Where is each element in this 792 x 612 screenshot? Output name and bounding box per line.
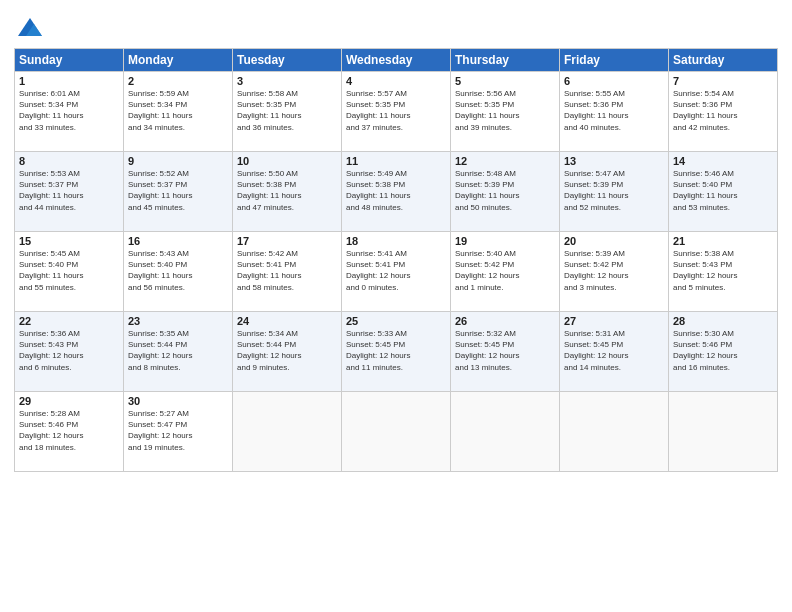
weekday-header-saturday: Saturday (669, 49, 778, 72)
day-info: Sunrise: 5:56 AM Sunset: 5:35 PM Dayligh… (455, 88, 555, 133)
day-info: Sunrise: 5:30 AM Sunset: 5:46 PM Dayligh… (673, 328, 773, 373)
calendar-cell: 1Sunrise: 6:01 AM Sunset: 5:34 PM Daylig… (15, 72, 124, 152)
calendar-cell: 12Sunrise: 5:48 AM Sunset: 5:39 PM Dayli… (451, 152, 560, 232)
day-number: 27 (564, 315, 664, 327)
day-info: Sunrise: 5:57 AM Sunset: 5:35 PM Dayligh… (346, 88, 446, 133)
calendar-cell: 28Sunrise: 5:30 AM Sunset: 5:46 PM Dayli… (669, 312, 778, 392)
calendar-cell: 14Sunrise: 5:46 AM Sunset: 5:40 PM Dayli… (669, 152, 778, 232)
day-info: Sunrise: 5:40 AM Sunset: 5:42 PM Dayligh… (455, 248, 555, 293)
calendar-cell: 22Sunrise: 5:36 AM Sunset: 5:43 PM Dayli… (15, 312, 124, 392)
weekday-header-friday: Friday (560, 49, 669, 72)
day-info: Sunrise: 5:54 AM Sunset: 5:36 PM Dayligh… (673, 88, 773, 133)
day-number: 1 (19, 75, 119, 87)
day-number: 24 (237, 315, 337, 327)
calendar-cell (233, 392, 342, 472)
day-number: 4 (346, 75, 446, 87)
day-number: 19 (455, 235, 555, 247)
day-number: 14 (673, 155, 773, 167)
day-info: Sunrise: 5:31 AM Sunset: 5:45 PM Dayligh… (564, 328, 664, 373)
day-number: 8 (19, 155, 119, 167)
calendar-cell: 2Sunrise: 5:59 AM Sunset: 5:34 PM Daylig… (124, 72, 233, 152)
calendar-cell (560, 392, 669, 472)
day-info: Sunrise: 5:28 AM Sunset: 5:46 PM Dayligh… (19, 408, 119, 453)
day-info: Sunrise: 5:27 AM Sunset: 5:47 PM Dayligh… (128, 408, 228, 453)
day-info: Sunrise: 5:43 AM Sunset: 5:40 PM Dayligh… (128, 248, 228, 293)
day-info: Sunrise: 6:01 AM Sunset: 5:34 PM Dayligh… (19, 88, 119, 133)
calendar-cell: 5Sunrise: 5:56 AM Sunset: 5:35 PM Daylig… (451, 72, 560, 152)
day-number: 20 (564, 235, 664, 247)
week-row-4: 22Sunrise: 5:36 AM Sunset: 5:43 PM Dayli… (15, 312, 778, 392)
calendar-cell: 25Sunrise: 5:33 AM Sunset: 5:45 PM Dayli… (342, 312, 451, 392)
calendar-cell: 17Sunrise: 5:42 AM Sunset: 5:41 PM Dayli… (233, 232, 342, 312)
calendar-cell: 11Sunrise: 5:49 AM Sunset: 5:38 PM Dayli… (342, 152, 451, 232)
day-info: Sunrise: 5:41 AM Sunset: 5:41 PM Dayligh… (346, 248, 446, 293)
week-row-5: 29Sunrise: 5:28 AM Sunset: 5:46 PM Dayli… (15, 392, 778, 472)
day-info: Sunrise: 5:58 AM Sunset: 5:35 PM Dayligh… (237, 88, 337, 133)
day-info: Sunrise: 5:35 AM Sunset: 5:44 PM Dayligh… (128, 328, 228, 373)
calendar-cell: 21Sunrise: 5:38 AM Sunset: 5:43 PM Dayli… (669, 232, 778, 312)
day-number: 26 (455, 315, 555, 327)
logo (14, 14, 44, 42)
calendar-cell: 30Sunrise: 5:27 AM Sunset: 5:47 PM Dayli… (124, 392, 233, 472)
day-info: Sunrise: 5:47 AM Sunset: 5:39 PM Dayligh… (564, 168, 664, 213)
day-number: 30 (128, 395, 228, 407)
day-number: 9 (128, 155, 228, 167)
day-info: Sunrise: 5:55 AM Sunset: 5:36 PM Dayligh… (564, 88, 664, 133)
calendar-cell: 9Sunrise: 5:52 AM Sunset: 5:37 PM Daylig… (124, 152, 233, 232)
day-info: Sunrise: 5:50 AM Sunset: 5:38 PM Dayligh… (237, 168, 337, 213)
calendar-cell: 24Sunrise: 5:34 AM Sunset: 5:44 PM Dayli… (233, 312, 342, 392)
day-info: Sunrise: 5:32 AM Sunset: 5:45 PM Dayligh… (455, 328, 555, 373)
calendar-cell: 7Sunrise: 5:54 AM Sunset: 5:36 PM Daylig… (669, 72, 778, 152)
day-info: Sunrise: 5:33 AM Sunset: 5:45 PM Dayligh… (346, 328, 446, 373)
day-info: Sunrise: 5:39 AM Sunset: 5:42 PM Dayligh… (564, 248, 664, 293)
weekday-header-sunday: Sunday (15, 49, 124, 72)
day-info: Sunrise: 5:52 AM Sunset: 5:37 PM Dayligh… (128, 168, 228, 213)
day-number: 16 (128, 235, 228, 247)
week-row-1: 1Sunrise: 6:01 AM Sunset: 5:34 PM Daylig… (15, 72, 778, 152)
weekday-header-wednesday: Wednesday (342, 49, 451, 72)
calendar-cell: 23Sunrise: 5:35 AM Sunset: 5:44 PM Dayli… (124, 312, 233, 392)
logo-icon (16, 14, 44, 42)
day-number: 10 (237, 155, 337, 167)
calendar-cell: 20Sunrise: 5:39 AM Sunset: 5:42 PM Dayli… (560, 232, 669, 312)
day-number: 6 (564, 75, 664, 87)
day-info: Sunrise: 5:53 AM Sunset: 5:37 PM Dayligh… (19, 168, 119, 213)
header (14, 10, 778, 42)
day-number: 28 (673, 315, 773, 327)
day-info: Sunrise: 5:34 AM Sunset: 5:44 PM Dayligh… (237, 328, 337, 373)
calendar-cell: 10Sunrise: 5:50 AM Sunset: 5:38 PM Dayli… (233, 152, 342, 232)
day-info: Sunrise: 5:49 AM Sunset: 5:38 PM Dayligh… (346, 168, 446, 213)
week-row-2: 8Sunrise: 5:53 AM Sunset: 5:37 PM Daylig… (15, 152, 778, 232)
day-number: 2 (128, 75, 228, 87)
calendar-cell: 27Sunrise: 5:31 AM Sunset: 5:45 PM Dayli… (560, 312, 669, 392)
calendar-cell: 4Sunrise: 5:57 AM Sunset: 5:35 PM Daylig… (342, 72, 451, 152)
day-info: Sunrise: 5:48 AM Sunset: 5:39 PM Dayligh… (455, 168, 555, 213)
day-number: 7 (673, 75, 773, 87)
calendar-cell: 29Sunrise: 5:28 AM Sunset: 5:46 PM Dayli… (15, 392, 124, 472)
day-number: 25 (346, 315, 446, 327)
day-number: 23 (128, 315, 228, 327)
calendar-cell: 26Sunrise: 5:32 AM Sunset: 5:45 PM Dayli… (451, 312, 560, 392)
day-info: Sunrise: 5:59 AM Sunset: 5:34 PM Dayligh… (128, 88, 228, 133)
calendar-cell: 8Sunrise: 5:53 AM Sunset: 5:37 PM Daylig… (15, 152, 124, 232)
calendar-cell: 15Sunrise: 5:45 AM Sunset: 5:40 PM Dayli… (15, 232, 124, 312)
day-number: 29 (19, 395, 119, 407)
weekday-header-thursday: Thursday (451, 49, 560, 72)
calendar-cell: 6Sunrise: 5:55 AM Sunset: 5:36 PM Daylig… (560, 72, 669, 152)
calendar-cell: 19Sunrise: 5:40 AM Sunset: 5:42 PM Dayli… (451, 232, 560, 312)
calendar-cell: 13Sunrise: 5:47 AM Sunset: 5:39 PM Dayli… (560, 152, 669, 232)
day-number: 3 (237, 75, 337, 87)
day-info: Sunrise: 5:36 AM Sunset: 5:43 PM Dayligh… (19, 328, 119, 373)
weekday-header-tuesday: Tuesday (233, 49, 342, 72)
day-number: 13 (564, 155, 664, 167)
calendar-cell (451, 392, 560, 472)
day-number: 18 (346, 235, 446, 247)
calendar-cell (669, 392, 778, 472)
day-info: Sunrise: 5:38 AM Sunset: 5:43 PM Dayligh… (673, 248, 773, 293)
day-info: Sunrise: 5:42 AM Sunset: 5:41 PM Dayligh… (237, 248, 337, 293)
weekday-header-monday: Monday (124, 49, 233, 72)
day-number: 11 (346, 155, 446, 167)
calendar-table: SundayMondayTuesdayWednesdayThursdayFrid… (14, 48, 778, 472)
day-info: Sunrise: 5:46 AM Sunset: 5:40 PM Dayligh… (673, 168, 773, 213)
day-number: 12 (455, 155, 555, 167)
